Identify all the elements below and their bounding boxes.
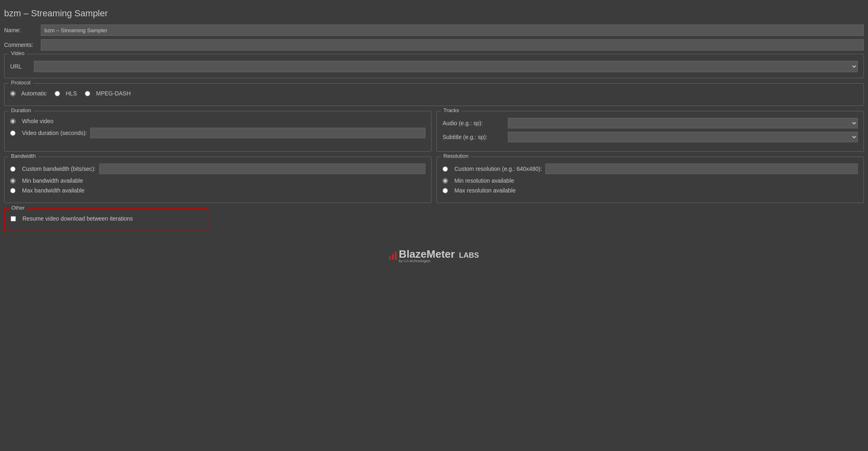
resolution-section: Resolution Custom resolution (e.g.: 640x… <box>436 157 864 203</box>
protocol-legend: Protocol <box>9 80 33 86</box>
min-bandwidth-option: Min bandwidth available <box>10 177 425 184</box>
labs-text: LABS <box>459 251 479 260</box>
duration-seconds-input[interactable] <box>90 128 425 138</box>
protocol-section: Protocol Automatic HLS MPEG-DASH <box>4 83 864 106</box>
subtitle-track-row: Subtitle (e.g.: sp): <box>443 132 858 142</box>
url-label: URL <box>10 63 31 70</box>
max-bandwidth-option: Max bandwidth available <box>10 187 425 194</box>
bandwidth-legend: Bandwidth <box>9 153 38 159</box>
other-section: Other Resume video download between iter… <box>4 208 208 232</box>
other-legend: Other <box>9 205 27 211</box>
duration-legend: Duration <box>9 107 33 113</box>
page-title: bzm – Streaming Sampler <box>4 4 864 24</box>
protocol-options: Automatic HLS MPEG-DASH <box>10 90 858 97</box>
url-row: URL <box>10 61 858 72</box>
comments-row: Comments: <box>4 39 864 51</box>
protocol-mpeg-dash[interactable]: MPEG-DASH <box>85 90 131 97</box>
custom-bandwidth-input[interactable] <box>99 164 425 174</box>
resume-video-checkbox[interactable] <box>11 216 16 221</box>
bandwidth-resolution-row: Bandwidth Custom bandwidth (bits/sec): M… <box>4 157 864 203</box>
min-resolution-option: Min resolution available <box>443 177 858 184</box>
resolution-legend: Resolution <box>441 153 471 159</box>
name-input[interactable] <box>41 24 864 36</box>
duration-tracks-row: Duration Whole video Video duration (sec… <box>4 111 864 152</box>
whole-video-option: Whole video <box>10 118 425 124</box>
name-row: Name: <box>4 24 864 36</box>
url-input[interactable] <box>34 61 858 72</box>
comments-input[interactable] <box>41 39 864 51</box>
bandwidth-section: Bandwidth Custom bandwidth (bits/sec): M… <box>4 157 432 203</box>
subtitle-label: Subtitle (e.g.: sp): <box>443 134 508 140</box>
duration-section: Duration Whole video Video duration (sec… <box>4 111 432 152</box>
max-resolution-option: Max resolution available <box>443 187 858 194</box>
custom-resolution-option: Custom resolution (e.g.: 640x480): <box>443 164 858 174</box>
audio-label: Audio (e.g.: sp): <box>443 120 508 126</box>
custom-resolution-input[interactable] <box>545 164 858 174</box>
protocol-hls[interactable]: HLS <box>55 90 77 97</box>
footer: BlazeMeter by CA technologies LABS <box>4 240 864 271</box>
blazemeter-logo: BlazeMeter by CA technologies LABS <box>389 248 479 263</box>
video-section: Video URL <box>4 54 864 78</box>
tracks-section: Tracks Audio (e.g.: sp): Subtitle (e.g.:… <box>436 111 864 152</box>
audio-select[interactable] <box>508 118 858 128</box>
resume-video-label: Resume video download between iterations <box>22 215 133 222</box>
logo-icon <box>389 252 396 260</box>
tracks-legend: Tracks <box>441 107 462 113</box>
audio-track-row: Audio (e.g.: sp): <box>443 118 858 128</box>
resume-video-row: Resume video download between iterations <box>11 215 202 222</box>
protocol-automatic[interactable]: Automatic <box>10 90 46 97</box>
name-label: Name: <box>4 27 41 33</box>
video-legend: Video <box>9 50 27 56</box>
custom-bandwidth-option: Custom bandwidth (bits/sec): <box>10 164 425 174</box>
by-ca-text: by CA technologies <box>399 259 455 263</box>
subtitle-select[interactable] <box>508 132 858 142</box>
video-duration-option: Video duration (seconds): <box>10 128 425 138</box>
comments-label: Comments: <box>4 42 41 48</box>
